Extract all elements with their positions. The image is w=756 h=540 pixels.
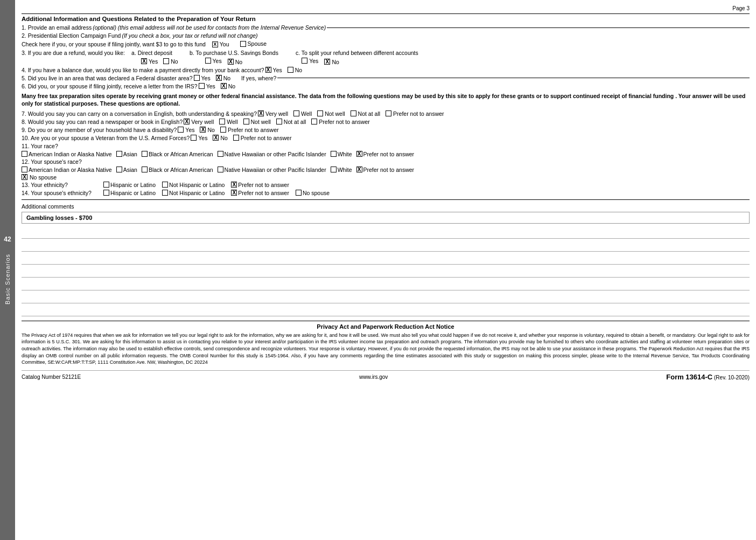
q9-no-checkbox[interactable] [200,127,206,133]
q9-prefer-group: Prefer not to answer [220,127,279,133]
q12-cb-5[interactable] [356,167,362,172]
q14-cb-0[interactable] [103,190,109,196]
q1-input[interactable] [327,27,750,28]
q7-prefer-checkbox[interactable] [386,110,391,116]
page-tab-number: 42 [4,236,11,243]
comment-line-3[interactable] [22,253,750,265]
q5-yes-label: Yes [201,75,211,81]
question-1-line: 1. Provide an email address (optional) (… [22,24,750,31]
q6-no-checkbox[interactable] [221,83,227,89]
section-divider [22,199,750,200]
bold-paragraph: Many free tax preparation sites operate … [22,92,750,108]
q3c-yes-checkbox[interactable] [302,58,307,64]
q10-no-checkbox[interactable] [213,135,219,141]
q9-yes-checkbox[interactable] [178,127,184,133]
q3a-yes-checkbox[interactable] [141,58,147,64]
q11-opt-1: Asian [116,151,137,157]
section-title: Additional Information and Questions Rel… [22,13,750,22]
q12-cb-1[interactable] [116,167,122,172]
q7-nw-checkbox[interactable] [317,110,323,116]
q4-no-checkbox[interactable] [288,67,293,73]
q3a-yes-label: Yes [149,58,158,65]
q8-w-checkbox[interactable] [219,119,225,124]
q3c-label: c. To split your refund between differen… [296,50,418,56]
q3b-yes-checkbox[interactable] [205,58,211,64]
q5-no-group: No [216,75,230,81]
q1-text: 1. Provide an email address [22,24,92,31]
q11-cb-3[interactable] [218,151,223,157]
q4-no-group: No [288,67,302,73]
q13-opt-0: Hispanic or Latino [103,182,156,188]
q12-cb-3[interactable] [218,167,223,172]
q5-no-checkbox[interactable] [216,75,222,81]
q12-cb-0[interactable] [22,167,27,172]
q13-cb-2[interactable] [231,182,237,188]
q5-where-input[interactable] [277,78,750,78]
q3a-no-label: No [171,58,178,65]
q10-yes-checkbox[interactable] [191,135,197,141]
q8-w-label: Well [227,119,237,125]
q9-prefer-checkbox[interactable] [220,127,226,133]
q14-cb-1[interactable] [162,190,168,196]
q9-yes-group: Yes [178,127,194,133]
comment-line-2[interactable] [22,240,750,252]
q10-yes-label: Yes [198,135,207,141]
q8-nw-checkbox[interactable] [243,119,249,124]
q11-cb-5[interactable] [356,151,362,157]
question-5-line: 5. Did you live in an area that was decl… [22,75,750,81]
q11-cb-4[interactable] [331,151,337,157]
q12-label-0: American Indian or Alaska Native [29,167,112,173]
q3b-no-checkbox[interactable] [228,59,234,65]
q2-you-checkbox[interactable]: X [212,41,218,47]
q11-cb-1[interactable] [116,151,122,157]
q7-na-checkbox[interactable] [351,110,356,116]
q14-opt-1: Not Hispanic or Latino [162,190,225,196]
comment-line-6[interactable] [22,292,750,303]
q6-no-group: No [221,83,235,89]
q12-cb-2[interactable] [142,167,148,172]
q6-yes-group: Yes [199,83,215,89]
comment-line-7[interactable] [22,304,750,316]
q4-text: 4. If you have a balance due, would you … [22,67,264,73]
q12-cb-4[interactable] [331,167,337,172]
footer-catalog: Catalog Number 52121E [22,374,81,380]
question-9-line: 9. Do you or any member of your househol… [22,127,750,133]
q2-spouse-checkbox[interactable] [240,41,246,47]
q8-vw-group: Very well [184,119,214,125]
q6-yes-checkbox[interactable] [199,83,205,89]
q11-cb-2[interactable] [142,151,148,157]
comment-line-4[interactable] [22,266,750,278]
q8-na-label: Not at all [284,119,306,125]
page-footer: Catalog Number 52121E www.irs.gov Form 1… [22,370,750,381]
q10-prefer-checkbox[interactable] [233,135,239,141]
q2-spouse-group: Spouse [240,40,267,47]
q5-yes-checkbox[interactable] [194,75,200,81]
q13-cb-0[interactable] [103,182,109,188]
q8-na-checkbox[interactable] [276,119,282,124]
q3b-no-group: No [228,59,242,65]
q8-prefer-checkbox[interactable] [311,119,317,124]
q3a-no-checkbox[interactable] [163,58,169,64]
q10-no-label: No [220,135,227,141]
side-tab: 42 Basic Scenarios [0,0,15,540]
q12-label-2: Black or African American [149,167,213,173]
q11-cb-0[interactable] [22,151,27,157]
q3c-no-checkbox[interactable] [324,59,330,65]
q7-vw-checkbox[interactable] [258,110,264,116]
q7-text: 7. Would you say you can carry on a conv… [22,110,257,117]
q14-opt-2: Prefer not to answer [231,190,289,196]
q14-cb-3[interactable] [296,190,302,196]
q4-yes-checkbox[interactable] [265,67,271,73]
q14-cb-2[interactable] [231,190,237,196]
q3c-yes-label: Yes [309,58,318,64]
comment-line-1[interactable] [22,227,750,239]
q8-vw-checkbox[interactable] [184,119,190,124]
q7-w-checkbox[interactable] [293,110,299,116]
q12-no-spouse-checkbox[interactable] [22,174,27,180]
q8-prefer-label: Prefer not to answer [319,119,370,125]
q7-nw-group: Not well [317,110,345,117]
q5-no-label: No [223,75,230,81]
comment-line-5[interactable] [22,279,750,290]
q13-cb-1[interactable] [162,182,168,188]
q2-text: 2. Presidential Election Campaign Fund [22,32,121,39]
